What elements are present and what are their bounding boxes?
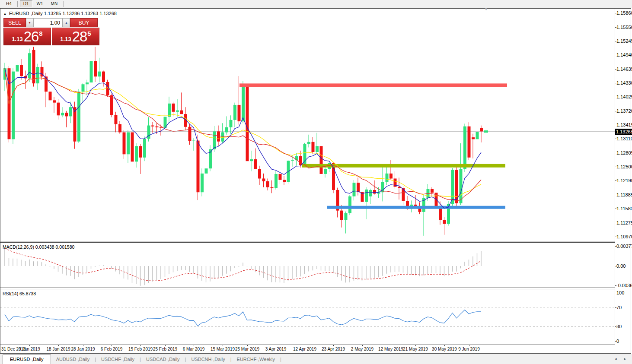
date-tick-label: 25 Mar 2019 <box>235 347 259 351</box>
candle-body <box>242 85 245 121</box>
candle-body <box>266 181 269 187</box>
date-axis-tick <box>5 345 5 346</box>
candle-body <box>135 146 138 161</box>
candle-body <box>192 141 195 141</box>
tab-eurchf-weekly[interactable]: EURCHF-,Weekly <box>232 355 280 364</box>
date-tick-label: 28 Jan 2019 <box>71 347 95 351</box>
candle-body <box>230 120 233 127</box>
price-tick-label: 1.14940 <box>616 52 632 57</box>
toolbar-separator <box>17 1 18 7</box>
tab-eurusd-daily[interactable]: EURUSD-,Daily <box>3 355 51 364</box>
tab-scroll-left-button[interactable]: ◄ <box>614 357 617 361</box>
timeframe-button-d1[interactable]: D1 <box>20 0 32 7</box>
panel-divider[interactable] <box>0 288 615 288</box>
panel-divider[interactable] <box>0 241 615 241</box>
candle-body <box>69 107 72 116</box>
candle-body <box>463 127 466 169</box>
timeframe-button-h4[interactable]: H4 <box>3 0 15 7</box>
candle-body <box>16 65 19 72</box>
candle-body <box>172 104 175 112</box>
date-axis-tick <box>194 345 194 346</box>
rsi-tick-label: 70 <box>616 305 632 310</box>
volume-decrease-button[interactable]: ▼ <box>26 18 33 27</box>
candle-body <box>348 196 351 213</box>
candle-body <box>151 126 154 127</box>
candle-body <box>357 183 360 192</box>
hline-resistance[interactable] <box>239 83 507 87</box>
hline-support[interactable] <box>327 206 505 209</box>
rsi-indicator-canvas[interactable] <box>0 289 615 344</box>
buy-button[interactable]: BUY <box>70 18 98 27</box>
macd-tick-label: -0.003682 <box>616 283 632 288</box>
current-price-marker <box>484 130 488 133</box>
price-axis-divider <box>615 9 615 345</box>
tab-audusd-daily[interactable]: AUDUSD-,Daily <box>51 355 95 364</box>
candle-body <box>127 132 130 154</box>
buy-price-button[interactable]: 1.13 28 5 <box>52 28 99 45</box>
candle-body <box>20 65 23 76</box>
candle-body <box>98 72 101 77</box>
candle-body <box>365 190 368 202</box>
sell-price-pip: 8 <box>39 30 42 37</box>
candle-body <box>147 126 150 139</box>
candle-body <box>299 156 302 165</box>
candle-body <box>61 113 64 115</box>
price-tick-label: 1.13415 <box>616 122 632 127</box>
candle-body <box>460 169 463 203</box>
candle-body <box>28 53 31 78</box>
candle-body <box>373 190 376 193</box>
candle-body <box>480 128 483 131</box>
candle-body <box>77 92 80 141</box>
date-tick-label: 21 May 2019 <box>403 347 428 351</box>
tab-scroll-right-button[interactable]: ► <box>623 357 627 361</box>
toolbar-separator <box>63 1 64 7</box>
collapse-triangle-icon[interactable]: ▲ <box>3 12 6 15</box>
macd-tick-label: 0.00 <box>616 263 632 269</box>
sell-button[interactable]: SELL <box>3 18 26 27</box>
candle-body <box>402 188 405 201</box>
price-tick-label: 1.14330 <box>616 80 632 85</box>
date-axis[interactable]: 31 Dec 20189 Jan 201918 Jan 201928 Jan 2… <box>0 345 615 353</box>
tab-usdcad-daily[interactable]: USDCAD-,Daily <box>141 355 185 364</box>
candle-body <box>369 190 372 196</box>
price-tick-label: 1.13720 <box>616 108 632 114</box>
macd-indicator-canvas[interactable] <box>0 243 615 287</box>
candle-body <box>143 139 146 157</box>
volume-increase-button[interactable]: ▲ <box>63 18 70 27</box>
buy-price-pip: 5 <box>87 30 91 37</box>
date-tick-label: 15 Mar 2019 <box>211 347 235 351</box>
price-tick-label: 1.10970 <box>616 234 632 239</box>
tab-usdchf-daily[interactable]: USDCHF-,Daily <box>96 355 140 364</box>
current-price-label: 1.13268 <box>615 129 632 135</box>
symbol-tab-bar: EURUSD-,DailyAUDUSD-,Daily|USDCHF-,Daily… <box>0 354 632 364</box>
macd-tick-label: 0.003777 <box>616 244 632 249</box>
macd-label: MACD(12,26,9) 0.003438 0.001580 <box>3 244 74 250</box>
candle-body <box>176 111 179 112</box>
candle-body <box>94 61 97 76</box>
price-tick-label: 1.13110 <box>616 136 632 141</box>
date-tick-label: 6 Mar 2019 <box>183 347 205 351</box>
price-tick-label: 1.12195 <box>616 178 632 183</box>
date-tick-label: 9 Jun 2019 <box>458 347 480 351</box>
candle-body <box>115 115 118 124</box>
candle-body <box>389 174 393 179</box>
candle-body <box>65 113 68 116</box>
chart-shift-marker-icon[interactable]: ▼ <box>484 7 488 11</box>
sell-price-button[interactable]: 1.13 26 8 <box>3 28 51 45</box>
timeframe-button-w1[interactable]: W1 <box>33 0 47 7</box>
date-tick-label: 9 Jan 2019 <box>19 347 40 351</box>
date-axis-tick <box>469 345 469 346</box>
rsi-tick-label: 100 <box>616 290 632 295</box>
date-axis-tick <box>415 345 416 346</box>
candle-body <box>254 159 257 169</box>
rsi-line <box>5 310 481 326</box>
volume-input[interactable]: 1.00 <box>33 18 63 27</box>
timeframe-button-mn[interactable]: MN <box>48 0 61 7</box>
candle-body <box>468 127 471 158</box>
candle-body <box>131 132 134 161</box>
tab-usdcnh-daily[interactable]: USDCNH-,Daily <box>186 355 230 364</box>
price-tick-label: 1.15860 <box>616 10 632 16</box>
candle-body <box>156 127 159 127</box>
chart-header: ▲ EURUSD-,Daily 1.13285 1.13286 1.13263 … <box>3 11 117 16</box>
candle-body <box>431 189 434 193</box>
